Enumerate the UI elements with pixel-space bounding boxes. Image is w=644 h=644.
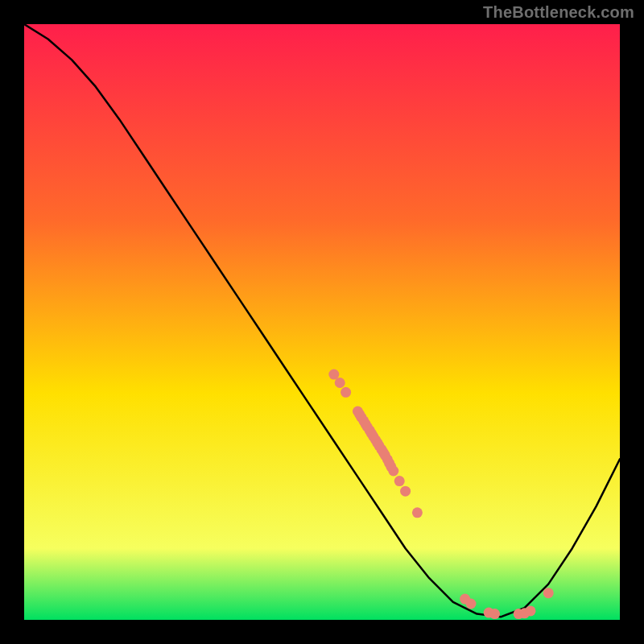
bottleneck-chart bbox=[24, 24, 620, 620]
data-marker bbox=[543, 588, 554, 598]
data-marker bbox=[388, 466, 398, 477]
data-marker bbox=[341, 387, 351, 398]
plot-background bbox=[24, 24, 620, 620]
data-marker bbox=[412, 507, 423, 518]
data-marker bbox=[335, 378, 345, 388]
data-marker bbox=[526, 605, 536, 616]
data-marker bbox=[466, 599, 477, 609]
data-marker bbox=[400, 486, 411, 497]
data-marker bbox=[489, 609, 500, 619]
watermark-text: TheBottleneck.com bbox=[483, 3, 634, 22]
data-marker bbox=[394, 476, 405, 486]
chart-frame: TheBottleneck.com bbox=[0, 0, 644, 644]
